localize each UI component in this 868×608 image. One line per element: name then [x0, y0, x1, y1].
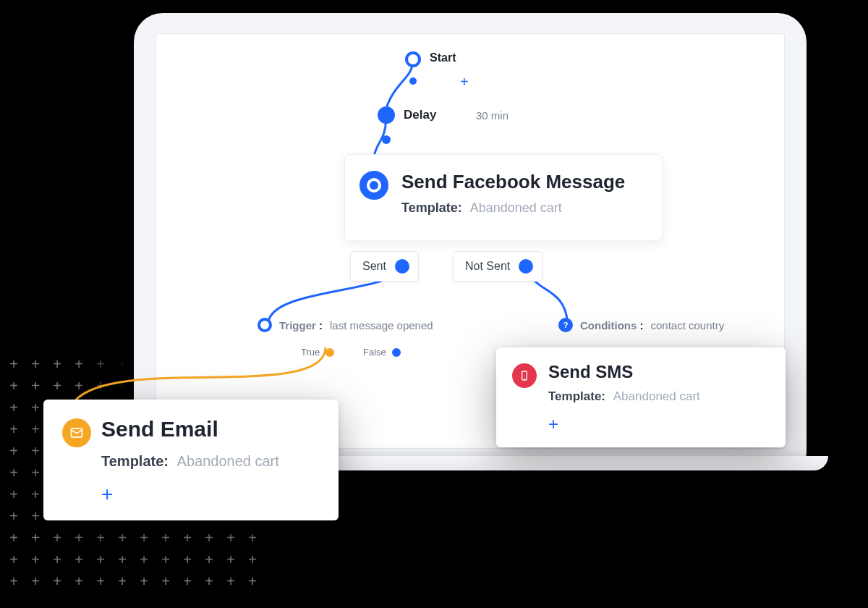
start-label: Start	[430, 51, 456, 64]
trigger-true-dot	[326, 348, 334, 357]
branch-sent-dot	[395, 259, 409, 274]
trigger-false-dot	[392, 348, 401, 357]
delay-value: 30 min	[476, 109, 509, 122]
add-after-email[interactable]: +	[101, 483, 318, 506]
trigger-false[interactable]: False	[363, 347, 401, 358]
email-template-value: Abandoned cart	[177, 453, 279, 469]
delay-out-dot	[382, 135, 391, 144]
start-out-dot	[409, 77, 417, 85]
trigger-false-label: False	[363, 347, 386, 358]
trigger-label: Trigger	[279, 319, 316, 332]
mail-icon	[62, 418, 91, 447]
trigger-true[interactable]: True	[301, 347, 334, 358]
target-icon	[359, 171, 388, 200]
conditions-node[interactable]: ? Conditions : contact country	[558, 318, 724, 332]
branch-notsent-dot	[519, 259, 533, 274]
branch-notsent-label: Not Sent	[465, 260, 510, 273]
conditions-value: contact country	[651, 319, 725, 332]
facebook-title: Send Facebook Message	[401, 171, 644, 193]
conditions-icon: ?	[558, 318, 573, 332]
trigger-node[interactable]: Trigger : last message opened	[258, 318, 433, 332]
trigger-value: last message opened	[330, 319, 433, 332]
send-sms-node[interactable]: Send SMS Template: Abandoned cart +	[496, 347, 786, 447]
add-after-sms[interactable]: +	[548, 414, 767, 434]
send-email-node[interactable]: Send Email Template: Abandoned cart +	[43, 400, 339, 520]
send-facebook-node[interactable]: Send Facebook Message Template: Abandone…	[344, 154, 663, 241]
delay-node-dot[interactable]	[378, 106, 395, 124]
email-title: Send Email	[101, 417, 318, 442]
sms-title: Send SMS	[548, 362, 767, 382]
phone-icon	[512, 363, 537, 388]
branch-sent[interactable]: Sent	[350, 251, 419, 282]
branch-not-sent[interactable]: Not Sent	[453, 251, 542, 282]
facebook-template-value: Abandoned cart	[470, 200, 562, 215]
add-after-start[interactable]: +	[460, 75, 469, 89]
delay-label: Delay	[404, 108, 436, 122]
trigger-icon	[258, 318, 272, 332]
sms-template-label: Template:	[548, 389, 605, 403]
branch-sent-label: Sent	[362, 260, 386, 273]
facebook-template-label: Template:	[401, 200, 462, 215]
email-template-label: Template:	[101, 453, 169, 469]
trigger-true-label: True	[301, 347, 320, 358]
start-node-dot[interactable]	[405, 51, 421, 67]
sms-template-value: Abandoned cart	[613, 389, 700, 403]
conditions-label: Conditions	[580, 319, 637, 332]
